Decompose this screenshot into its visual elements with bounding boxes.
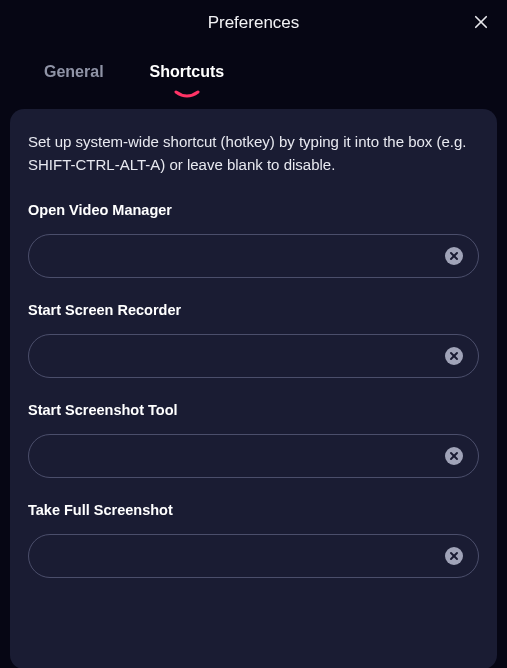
field-label-start-screenshot-tool: Start Screenshot Tool xyxy=(28,402,479,418)
field-label-take-full-screenshot: Take Full Screenshot xyxy=(28,502,479,518)
tab-general[interactable]: General xyxy=(44,63,104,95)
clear-button[interactable] xyxy=(445,547,463,565)
input-wrap xyxy=(28,434,479,478)
clear-icon xyxy=(449,251,459,261)
shortcut-field: Start Screenshot Tool xyxy=(28,402,479,478)
shortcuts-panel: Set up system-wide shortcut (hotkey) by … xyxy=(10,109,497,668)
clear-button[interactable] xyxy=(445,247,463,265)
clear-icon xyxy=(449,451,459,461)
input-wrap xyxy=(28,334,479,378)
tab-active-indicator-icon xyxy=(174,90,200,100)
close-icon xyxy=(472,13,490,31)
hotkey-input-take-full-screenshot[interactable] xyxy=(28,534,479,578)
clear-icon xyxy=(449,351,459,361)
hotkey-input-start-screenshot-tool[interactable] xyxy=(28,434,479,478)
hotkey-input-start-screen-recorder[interactable] xyxy=(28,334,479,378)
input-wrap xyxy=(28,234,479,278)
tab-shortcuts[interactable]: Shortcuts xyxy=(150,63,225,95)
input-wrap xyxy=(28,534,479,578)
field-label-open-video-manager: Open Video Manager xyxy=(28,202,479,218)
tab-shortcuts-label: Shortcuts xyxy=(150,63,225,80)
shortcut-field: Take Full Screenshot xyxy=(28,502,479,578)
tabs-bar: General Shortcuts xyxy=(0,45,507,95)
hotkey-input-open-video-manager[interactable] xyxy=(28,234,479,278)
field-label-start-screen-recorder: Start Screen Recorder xyxy=(28,302,479,318)
window-title: Preferences xyxy=(208,13,300,33)
panel-description: Set up system-wide shortcut (hotkey) by … xyxy=(28,131,479,176)
header-bar: Preferences xyxy=(0,0,507,45)
close-button[interactable] xyxy=(469,10,493,34)
clear-button[interactable] xyxy=(445,347,463,365)
shortcut-field: Start Screen Recorder xyxy=(28,302,479,378)
clear-icon xyxy=(449,551,459,561)
clear-button[interactable] xyxy=(445,447,463,465)
shortcut-field: Open Video Manager xyxy=(28,202,479,278)
